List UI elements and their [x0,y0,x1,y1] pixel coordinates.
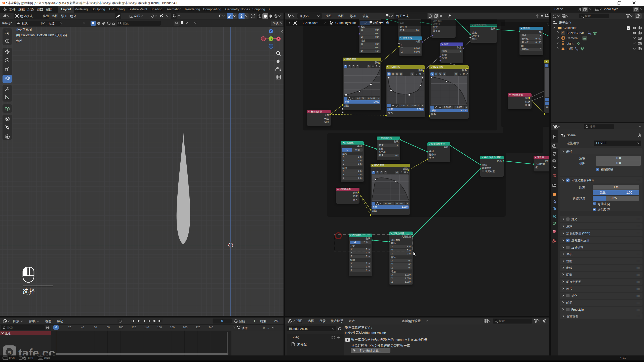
svg-text:T: T [9,351,11,354]
svg-text:i: i [347,338,348,342]
svg-text:-Y: -Y [270,37,272,40]
svg-text:Z: Z [270,30,272,33]
svg-text:X: X [278,37,279,40]
